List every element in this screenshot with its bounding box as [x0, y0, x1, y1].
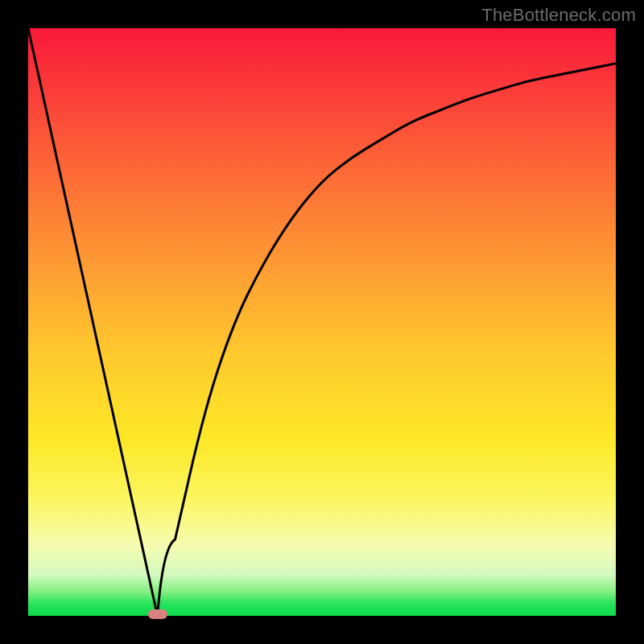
bottleneck-curve	[28, 28, 616, 616]
curve-path	[28, 28, 616, 616]
watermark-text: TheBottleneck.com	[481, 5, 636, 26]
chart-frame: TheBottleneck.com	[0, 0, 644, 644]
plot-area	[28, 28, 616, 616]
optimum-marker	[148, 609, 167, 619]
